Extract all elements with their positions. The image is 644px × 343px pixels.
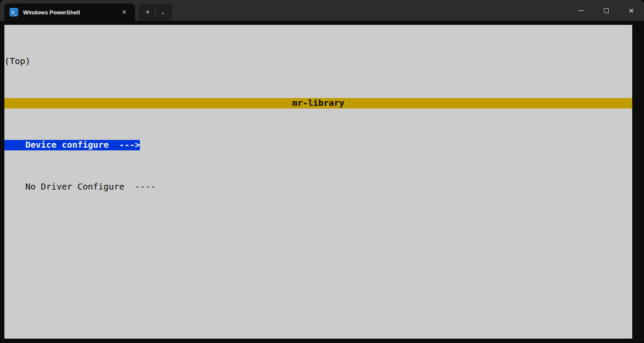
close-button[interactable]: ✕ (619, 0, 644, 21)
menu-item-label: No Driver Configure ---- (4, 182, 156, 192)
minimize-button[interactable] (568, 0, 593, 21)
menu-path: (Top) (4, 56, 632, 67)
window-controls: ✕ (568, 0, 644, 21)
maximize-button[interactable] (593, 0, 619, 21)
tab-close-icon[interactable]: ✕ (119, 7, 130, 18)
menu-item-device-configure[interactable]: Device configure ---> (4, 140, 632, 150)
menu-empty-area (4, 224, 632, 343)
tab-actions-divider (155, 8, 156, 17)
tab-title: Windows PowerShell (23, 9, 80, 16)
terminal-window: >_ Windows PowerShell ✕ + ⌄ ✕ (Top) mr-l… (0, 0, 644, 343)
tab-windows-powershell[interactable]: >_ Windows PowerShell ✕ (4, 3, 135, 21)
menu-title-bar: mr-library (4, 98, 632, 109)
powershell-icon: >_ (10, 8, 18, 17)
new-tab-button[interactable]: + (141, 6, 154, 18)
selected-menu-item: Device configure ---> (4, 140, 140, 150)
titlebar: >_ Windows PowerShell ✕ + ⌄ ✕ (0, 0, 644, 21)
tab-dropdown-button[interactable]: ⌄ (156, 6, 169, 18)
minimize-icon (578, 10, 584, 11)
menu-item-no-driver-configure[interactable]: No Driver Configure ---- (4, 182, 632, 192)
maximize-icon (604, 8, 609, 13)
close-icon: ✕ (629, 7, 634, 14)
tab-actions-group: + ⌄ (139, 3, 172, 21)
menuconfig-screen: (Top) mr-library Device configure ---> N… (4, 25, 632, 339)
